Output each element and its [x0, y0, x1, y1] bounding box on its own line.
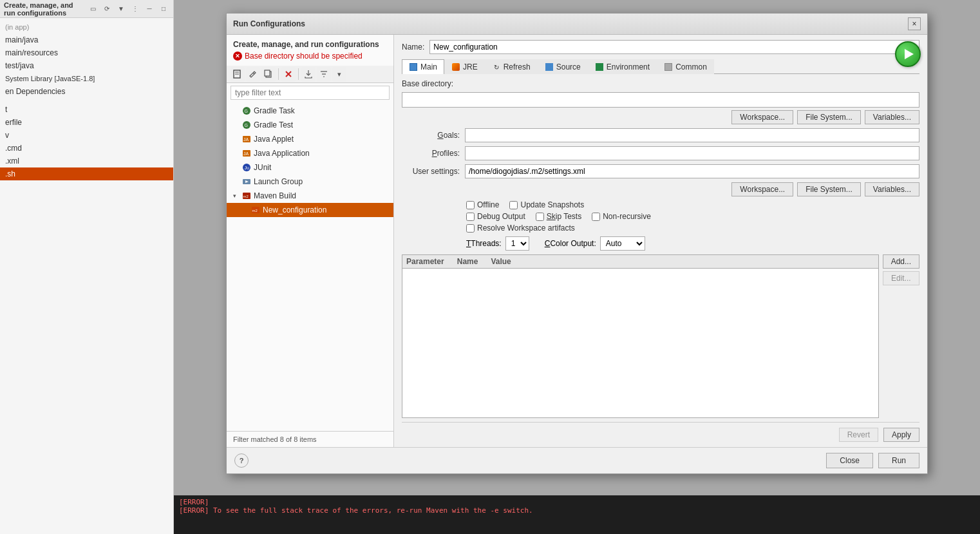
tree-item-gradle-test[interactable]: G Gradle Test	[227, 118, 393, 132]
dialog-body: Create, manage, and run configurations ✕…	[227, 35, 927, 447]
profiles-input[interactable]	[465, 146, 919, 160]
tree-item-java-applet[interactable]: JA Java Applet	[227, 132, 393, 146]
dialog-titlebar: Run Configurations ×	[227, 14, 927, 35]
svg-rect-5	[265, 70, 270, 76]
base-dir-input[interactable]	[402, 92, 919, 108]
sidebar-item-cmd[interactable]: .cmd	[0, 142, 173, 155]
non-recursive-checkbox[interactable]	[592, 213, 600, 221]
non-recursive-label: Non-recursive	[603, 212, 651, 221]
color-output-select[interactable]: Auto Yes No	[600, 236, 645, 251]
svg-line-3	[253, 73, 254, 74]
non-recursive-checkbox-label[interactable]: Non-recursive	[592, 212, 651, 221]
svg-text:G: G	[245, 109, 248, 113]
sidebar-item-t[interactable]: t	[0, 103, 173, 116]
sidebar-item-dependencies[interactable]: en Dependencies	[0, 85, 173, 98]
run-button[interactable]: Run	[878, 453, 919, 468]
add-param-button[interactable]: Add...	[883, 254, 919, 269]
param-col-value: Value	[491, 257, 511, 266]
workspace-button-2[interactable]: Workspace...	[731, 182, 793, 196]
debug-output-checkbox[interactable]	[466, 213, 475, 221]
tree-item-gradle-task[interactable]: G Gradle Task	[227, 104, 393, 118]
java-app-icon: JA	[241, 148, 252, 158]
checkbox-row-2: Debug Output Skip Tests Non-recursive	[466, 212, 919, 221]
sidebar-item-system-library[interactable]: System Library [JavaSE-1.8]	[0, 72, 173, 85]
sidebar-item-test-java[interactable]: test/java	[0, 59, 173, 72]
sidebar-item-sh[interactable]: .sh	[0, 167, 173, 180]
filesystem-button-1[interactable]: File System...	[797, 110, 861, 124]
tree-item-new-config[interactable]: m2 New_configuration	[227, 203, 393, 217]
sidebar-sync-icon[interactable]: ⟳	[101, 3, 113, 15]
sidebar-item-underfile[interactable]: erfile	[0, 116, 173, 129]
goals-underline-g: G	[437, 131, 443, 140]
resolve-workspace-label: Resolve Workspace artifacts	[477, 224, 575, 233]
dialog-close-button[interactable]: ×	[908, 17, 921, 30]
sidebar-item-xml[interactable]: .xml	[0, 155, 173, 167]
variables-button-1[interactable]: Variables...	[865, 110, 919, 124]
sidebar-item-v[interactable]: v	[0, 129, 173, 142]
edit-param-button[interactable]: Edit...	[883, 271, 919, 285]
user-settings-input[interactable]	[465, 164, 919, 178]
offline-checkbox-label[interactable]: Offline	[466, 200, 499, 209]
checkbox-row-3: Resolve Workspace artifacts	[466, 224, 919, 233]
sidebar-item-main-resources[interactable]: main/resources	[0, 46, 173, 59]
tab-source[interactable]: Source	[538, 59, 588, 74]
close-button[interactable]: Close	[826, 453, 873, 468]
dialog-subtitle: Create, manage, and run configurations	[233, 40, 387, 49]
tree-item-java-app[interactable]: JA Java Application	[227, 146, 393, 160]
sidebar-menu-icon[interactable]: ⋮	[129, 3, 141, 15]
tree-item-launch-group[interactable]: Launch Group	[227, 175, 393, 189]
tab-common[interactable]: Common	[657, 59, 714, 74]
edit-config-button[interactable]	[246, 67, 260, 81]
checkbox-row-1: Offline Update Snapshots	[466, 200, 919, 209]
workspace-button-1[interactable]: Workspace...	[731, 110, 793, 124]
tab-main[interactable]: Main	[402, 59, 444, 74]
sidebar-minus-icon[interactable]: ─	[144, 3, 155, 15]
name-input[interactable]	[429, 40, 919, 54]
sidebar-filter-icon[interactable]: ▼	[115, 3, 127, 15]
variables-button-2[interactable]: Variables...	[865, 182, 919, 196]
resolve-workspace-checkbox-label[interactable]: Resolve Workspace artifacts	[466, 224, 575, 233]
offline-checkbox[interactable]	[466, 201, 475, 209]
expand-config-button[interactable]: ▾	[332, 67, 346, 81]
duplicate-config-button[interactable]	[261, 67, 276, 81]
profiles-label: Profiles:	[402, 149, 460, 158]
export-config-button[interactable]	[301, 67, 316, 81]
update-snapshots-checkbox[interactable]	[509, 201, 518, 209]
sidebar-item-main-java[interactable]: main/java	[0, 33, 173, 46]
tabs-bar: Main JRE ↻ Refresh	[402, 59, 919, 74]
revert-button[interactable]: Revert	[839, 428, 878, 442]
tree-item-maven-build[interactable]: ▾ m2 Maven Build	[227, 189, 393, 203]
tree-item-junit[interactable]: Ju JUnit	[227, 160, 393, 175]
help-button[interactable]: ?	[234, 453, 249, 468]
run-play-button[interactable]	[895, 41, 921, 67]
filter-config-button[interactable]	[317, 67, 331, 81]
tab-refresh[interactable]: ↻ Refresh	[485, 59, 538, 74]
tab-environment[interactable]: Environment	[588, 59, 657, 74]
checkboxes-section: Offline Update Snapshots Deb	[402, 200, 919, 233]
goals-input[interactable]	[465, 128, 919, 142]
sidebar-maximize-icon[interactable]: □	[158, 3, 169, 15]
resolve-workspace-checkbox[interactable]	[466, 224, 475, 233]
sidebar-tree: (in app) main/java main/resources test/j…	[0, 18, 173, 183]
tab-source-label: Source	[556, 62, 581, 72]
sidebar-item-app[interactable]: (in app)	[0, 21, 173, 33]
dialog-right-panel: Name: Main	[394, 35, 927, 447]
filter-count: Filter matched 8 of 8 items	[227, 431, 393, 447]
param-col-name: Parameter	[406, 257, 444, 266]
tab-jre[interactable]: JRE	[444, 59, 485, 74]
skip-tests-checkbox[interactable]	[536, 213, 544, 221]
skip-tests-label: Skip Tests	[547, 212, 581, 221]
main-tab-content: Base directory: Workspace... File System…	[402, 79, 919, 418]
skip-tests-checkbox-label[interactable]: Skip Tests	[536, 212, 581, 221]
filesystem-button-2[interactable]: File System...	[797, 182, 861, 196]
dialog-left-panel: Create, manage, and run configurations ✕…	[227, 35, 394, 447]
debug-output-checkbox-label[interactable]: Debug Output	[466, 212, 525, 221]
update-snapshots-checkbox-label[interactable]: Update Snapshots	[509, 200, 584, 209]
svg-text:JA: JA	[243, 151, 249, 156]
sidebar-minimize-icon[interactable]: ▭	[87, 3, 99, 15]
filter-input[interactable]	[231, 86, 390, 100]
delete-config-button[interactable]	[281, 67, 296, 81]
threads-select[interactable]: 1 2 4	[505, 236, 529, 251]
new-config-button[interactable]	[231, 67, 245, 81]
apply-button[interactable]: Apply	[883, 428, 919, 442]
